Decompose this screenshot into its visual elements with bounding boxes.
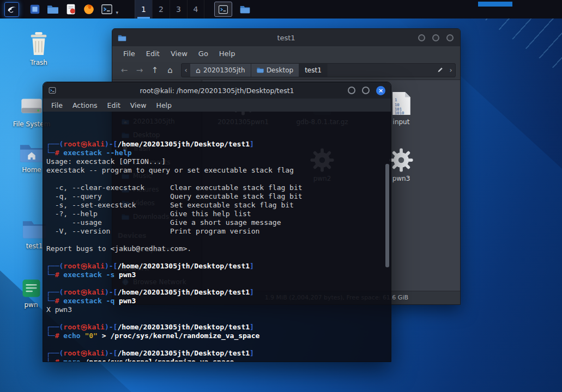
terminal-scrollbar[interactable] [385,164,389,267]
text-binary-icon: 1101011010 [391,89,412,116]
workspace-4[interactable]: 4 [187,0,204,19]
path-desktop[interactable]: Desktop [251,64,300,77]
terminal-text: --usage Give a short usage message [46,218,281,226]
terminal-line: -c, --clear-execstack Clear executable s… [46,183,391,192]
terminal-text: execstack -s [63,271,119,279]
terminal-title: root@kali: /home/20201305jth/Desktop/tes… [43,87,391,95]
document-red-icon [65,3,77,15]
home-icon: ⌂ [196,66,201,74]
minimize-button[interactable] [418,34,425,41]
terminal-text: execstack -q [63,297,119,305]
maximize-button[interactable] [362,87,370,94]
close-button[interactable]: × [376,86,385,95]
menu-help[interactable]: Help [151,101,177,109]
file-manager-titlebar[interactable]: test1 [112,29,460,46]
home-button[interactable]: ⌂ [162,63,178,77]
edit-path-icon[interactable] [433,66,446,74]
terminal-line: X pwn3 [46,305,391,314]
workspace-1[interactable]: 1 [135,0,152,19]
terminal-text: /home/20201305jth/Desktop/test1 [117,349,250,357]
terminal-text: # [55,358,64,362]
folder-icon [240,5,250,14]
terminal-text: Usage: execstack [OPTION...] [46,157,166,166]
menu-view[interactable]: View [125,101,152,109]
terminal-text: )-[ [105,140,117,148]
launcher-app-grid[interactable] [27,2,42,17]
minimize-button[interactable] [348,87,355,94]
menu-file[interactable]: File [46,101,68,109]
launcher-firefox[interactable] [81,2,96,17]
terminal-window: root@kali: /home/20201305jth/Desktop/tes… [43,82,391,362]
menu-help[interactable]: Help [214,50,241,58]
terminal-line: └─# execstack -s pwn3 [46,271,391,279]
terminal-text: ] [250,323,254,331]
terminal-line [46,340,391,349]
desktop-icon-label: test1 [26,242,43,250]
back-button[interactable]: ← [117,63,132,77]
menu-actions[interactable]: Actions [68,101,102,109]
workspace-3[interactable]: 3 [170,0,187,19]
desktop-icon-trash[interactable]: Trash [16,30,61,66]
terminal-text: execstack --help [63,149,131,157]
taskbar-file-manager-window[interactable] [236,2,254,17]
terminal-line: --usage Give a short usage message [46,218,391,227]
terminal-text: # [55,149,64,157]
path-20201305jth[interactable]: ⌂20201305jth [190,64,251,77]
menu-file[interactable]: File [118,50,141,58]
blue-app-icon [29,3,41,15]
terminal-line [46,253,391,262]
menu-edit[interactable]: Edit [102,101,125,109]
top-panel: ▾ 1234 [0,0,562,19]
terminal-text: echo [63,332,84,340]
launcher-file-manager[interactable] [45,2,60,17]
launcher-terminal[interactable]: ▾ [99,2,114,17]
close-button[interactable] [446,34,454,41]
dropdown-icon[interactable]: ▾ [116,10,118,15]
menu-edit[interactable]: Edit [141,50,165,58]
taskbar-terminal-window[interactable] [214,2,232,17]
forward-button[interactable]: → [132,63,147,77]
terminal-text: # [55,297,64,305]
workspace-switcher: 1234 [135,0,204,19]
terminal-icon [218,4,228,15]
terminal-text: -V, --version Print program version [46,227,259,235]
terminal-text: ] [250,288,254,296]
terminal-output[interactable]: ┌──(root㉿kali)-[/home/20201305jth/Deskto… [43,112,391,362]
terminal-text: root㉿kali [63,349,105,357]
svg-text:1010: 1010 [395,111,404,115]
terminal-text: └─ [46,332,55,340]
systray-indicator [478,2,512,7]
file-manager-menubar: FileEditViewGoHelp [112,46,460,60]
terminal-text: more [63,358,84,362]
terminal-text: └─ [46,149,55,157]
path-test1[interactable]: test1 [299,64,328,77]
terminal-line: Report bugs to <jakub@redhat.com>. [46,244,391,253]
path-segment-label: Desktop [267,66,294,74]
workspace-2[interactable]: 2 [152,0,170,19]
up-button[interactable]: ↑ [147,63,162,77]
launcher-text-editor[interactable] [63,2,78,17]
kali-logo-icon [7,4,17,15]
terminal-text: /home/20201305jth/Desktop/test1 [117,262,250,270]
menu-go[interactable]: Go [193,50,214,58]
terminal-line: ┌──(root㉿kali)-[/home/20201305jth/Deskto… [46,349,391,358]
terminal-text: X pwn3 [46,305,72,314]
folder-icon [257,67,264,73]
folder-icon [47,4,59,14]
menu-view[interactable]: View [165,50,193,58]
file-manager-toolbar: ←→↑⌂ ‹ ⌂20201305jthDesktoptest1 › [112,60,460,80]
path-scroll-right-icon[interactable]: › [446,66,455,74]
maximize-button[interactable] [432,34,439,41]
terminal-text: -s, --set-execstack Set executable stack… [46,201,294,209]
launcher-kali-menu[interactable] [4,2,19,17]
terminal-text: root㉿kali [63,288,105,296]
terminal-text: -c, --clear-execstack Clear executable s… [46,183,303,192]
terminal-text: > /proc/sys/kernel/randomize_va_space [98,332,259,340]
terminal-titlebar[interactable]: root@kali: /home/20201305jth/Desktop/tes… [43,82,391,99]
trash-icon [27,30,50,56]
path-segment-label: test1 [305,66,322,74]
terminal-line [46,279,391,288]
terminal-text: └─ [46,358,55,362]
path-scroll-left-icon[interactable]: ‹ [182,66,190,74]
terminal-line [46,314,391,323]
